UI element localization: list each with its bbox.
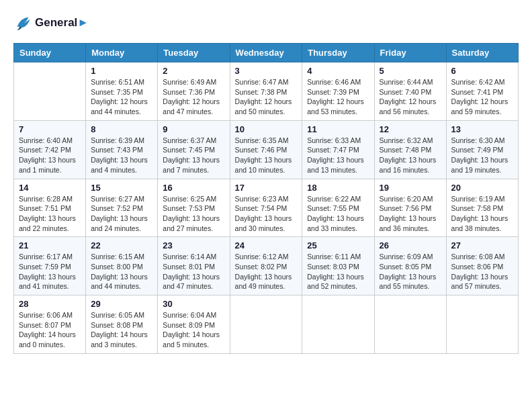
day-info: Sunrise: 6:49 AM Sunset: 7:36 PM Dayligh… (163, 77, 224, 117)
day-info: Sunrise: 6:23 AM Sunset: 7:54 PM Dayligh… (235, 194, 298, 234)
logo-text: General► (35, 16, 89, 30)
col-header-tuesday: Tuesday (158, 44, 230, 62)
calendar-cell (446, 295, 518, 354)
day-number: 9 (163, 124, 224, 134)
calendar-cell: 26Sunrise: 6:09 AM Sunset: 8:05 PM Dayli… (374, 237, 446, 295)
day-info: Sunrise: 6:06 AM Sunset: 8:07 PM Dayligh… (19, 310, 81, 350)
day-number: 29 (91, 299, 152, 309)
day-number: 5 (380, 66, 441, 76)
day-number: 27 (451, 240, 513, 250)
calendar-cell: 20Sunrise: 6:19 AM Sunset: 7:58 PM Dayli… (446, 179, 518, 237)
day-info: Sunrise: 6:28 AM Sunset: 7:51 PM Dayligh… (19, 194, 81, 234)
logo: General► (13, 13, 89, 32)
calendar-cell (302, 295, 374, 354)
page-header: General► (13, 13, 519, 32)
day-info: Sunrise: 6:15 AM Sunset: 8:00 PM Dayligh… (91, 252, 152, 291)
day-info: Sunrise: 6:32 AM Sunset: 7:48 PM Dayligh… (380, 136, 441, 175)
calendar-cell: 21Sunrise: 6:17 AM Sunset: 7:59 PM Dayli… (14, 237, 86, 295)
calendar-week-1: 1Sunrise: 6:51 AM Sunset: 7:35 PM Daylig… (14, 62, 519, 121)
day-info: Sunrise: 6:37 AM Sunset: 7:45 PM Dayligh… (163, 136, 224, 175)
calendar-cell (374, 295, 446, 354)
calendar-cell (230, 295, 302, 354)
day-info: Sunrise: 6:12 AM Sunset: 8:02 PM Dayligh… (235, 252, 298, 291)
day-number: 1 (91, 66, 152, 76)
col-header-thursday: Thursday (302, 44, 374, 62)
day-info: Sunrise: 6:42 AM Sunset: 7:41 PM Dayligh… (451, 77, 513, 117)
day-info: Sunrise: 6:04 AM Sunset: 8:09 PM Dayligh… (163, 310, 224, 350)
logo-icon (13, 13, 32, 32)
day-number: 12 (380, 124, 441, 134)
calendar-week-4: 21Sunrise: 6:17 AM Sunset: 7:59 PM Dayli… (14, 237, 519, 295)
day-info: Sunrise: 6:14 AM Sunset: 8:01 PM Dayligh… (163, 252, 224, 291)
day-info: Sunrise: 6:44 AM Sunset: 7:40 PM Dayligh… (380, 77, 441, 117)
calendar-cell: 6Sunrise: 6:42 AM Sunset: 7:41 PM Daylig… (446, 62, 518, 121)
calendar-cell: 10Sunrise: 6:35 AM Sunset: 7:46 PM Dayli… (230, 120, 302, 179)
col-header-friday: Friday (374, 44, 446, 62)
day-number: 24 (235, 240, 298, 250)
day-number: 14 (19, 183, 81, 193)
calendar-table: SundayMondayTuesdayWednesdayThursdayFrid… (13, 43, 519, 354)
day-number: 22 (91, 240, 152, 250)
calendar-cell: 15Sunrise: 6:27 AM Sunset: 7:52 PM Dayli… (86, 179, 158, 237)
day-info: Sunrise: 6:25 AM Sunset: 7:53 PM Dayligh… (163, 194, 224, 234)
calendar-cell: 17Sunrise: 6:23 AM Sunset: 7:54 PM Dayli… (230, 179, 302, 237)
day-info: Sunrise: 6:33 AM Sunset: 7:47 PM Dayligh… (307, 136, 369, 175)
calendar-cell: 5Sunrise: 6:44 AM Sunset: 7:40 PM Daylig… (374, 62, 446, 121)
calendar-cell: 16Sunrise: 6:25 AM Sunset: 7:53 PM Dayli… (158, 179, 230, 237)
calendar-cell: 1Sunrise: 6:51 AM Sunset: 7:35 PM Daylig… (86, 62, 158, 121)
calendar-cell: 27Sunrise: 6:08 AM Sunset: 8:06 PM Dayli… (446, 237, 518, 295)
calendar-cell (14, 62, 86, 121)
day-number: 6 (451, 66, 513, 76)
day-info: Sunrise: 6:22 AM Sunset: 7:55 PM Dayligh… (307, 194, 369, 234)
day-number: 10 (235, 124, 298, 134)
day-number: 17 (235, 183, 298, 193)
calendar-cell: 22Sunrise: 6:15 AM Sunset: 8:00 PM Dayli… (86, 237, 158, 295)
calendar-cell: 23Sunrise: 6:14 AM Sunset: 8:01 PM Dayli… (158, 237, 230, 295)
day-number: 28 (19, 299, 81, 309)
day-number: 18 (307, 183, 369, 193)
day-info: Sunrise: 6:09 AM Sunset: 8:05 PM Dayligh… (380, 252, 441, 291)
day-number: 20 (451, 183, 513, 193)
calendar-cell: 13Sunrise: 6:30 AM Sunset: 7:49 PM Dayli… (446, 120, 518, 179)
calendar-cell: 19Sunrise: 6:20 AM Sunset: 7:56 PM Dayli… (374, 179, 446, 237)
day-info: Sunrise: 6:20 AM Sunset: 7:56 PM Dayligh… (380, 194, 441, 234)
calendar-cell: 24Sunrise: 6:12 AM Sunset: 8:02 PM Dayli… (230, 237, 302, 295)
day-number: 30 (163, 299, 224, 309)
calendar-cell: 8Sunrise: 6:39 AM Sunset: 7:43 PM Daylig… (86, 120, 158, 179)
day-info: Sunrise: 6:51 AM Sunset: 7:35 PM Dayligh… (91, 77, 152, 117)
day-info: Sunrise: 6:17 AM Sunset: 7:59 PM Dayligh… (19, 252, 81, 291)
day-number: 19 (380, 183, 441, 193)
calendar-cell: 29Sunrise: 6:05 AM Sunset: 8:08 PM Dayli… (86, 295, 158, 354)
day-number: 13 (451, 124, 513, 134)
day-info: Sunrise: 6:30 AM Sunset: 7:49 PM Dayligh… (451, 136, 513, 175)
day-info: Sunrise: 6:11 AM Sunset: 8:03 PM Dayligh… (307, 252, 369, 291)
calendar-cell: 30Sunrise: 6:04 AM Sunset: 8:09 PM Dayli… (158, 295, 230, 354)
calendar-cell: 25Sunrise: 6:11 AM Sunset: 8:03 PM Dayli… (302, 237, 374, 295)
calendar-week-2: 7Sunrise: 6:40 AM Sunset: 7:42 PM Daylig… (14, 120, 519, 179)
day-info: Sunrise: 6:47 AM Sunset: 7:38 PM Dayligh… (235, 77, 298, 117)
calendar-cell: 18Sunrise: 6:22 AM Sunset: 7:55 PM Dayli… (302, 179, 374, 237)
day-number: 25 (307, 240, 369, 250)
day-info: Sunrise: 6:05 AM Sunset: 8:08 PM Dayligh… (91, 310, 152, 350)
day-number: 23 (163, 240, 224, 250)
day-number: 11 (307, 124, 369, 134)
day-info: Sunrise: 6:27 AM Sunset: 7:52 PM Dayligh… (91, 194, 152, 234)
day-info: Sunrise: 6:19 AM Sunset: 7:58 PM Dayligh… (451, 194, 513, 234)
calendar-cell: 11Sunrise: 6:33 AM Sunset: 7:47 PM Dayli… (302, 120, 374, 179)
col-header-monday: Monday (86, 44, 158, 62)
calendar-cell: 4Sunrise: 6:46 AM Sunset: 7:39 PM Daylig… (302, 62, 374, 121)
day-number: 3 (235, 66, 298, 76)
day-number: 7 (19, 124, 81, 134)
day-number: 21 (19, 240, 81, 250)
day-number: 8 (91, 124, 152, 134)
calendar-cell: 2Sunrise: 6:49 AM Sunset: 7:36 PM Daylig… (158, 62, 230, 121)
calendar-header-row: SundayMondayTuesdayWednesdayThursdayFrid… (14, 44, 519, 62)
col-header-sunday: Sunday (14, 44, 86, 62)
day-info: Sunrise: 6:46 AM Sunset: 7:39 PM Dayligh… (307, 77, 369, 117)
col-header-saturday: Saturday (446, 44, 518, 62)
calendar-cell: 14Sunrise: 6:28 AM Sunset: 7:51 PM Dayli… (14, 179, 86, 237)
day-number: 16 (163, 183, 224, 193)
day-number: 4 (307, 66, 369, 76)
day-number: 15 (91, 183, 152, 193)
day-info: Sunrise: 6:08 AM Sunset: 8:06 PM Dayligh… (451, 252, 513, 291)
